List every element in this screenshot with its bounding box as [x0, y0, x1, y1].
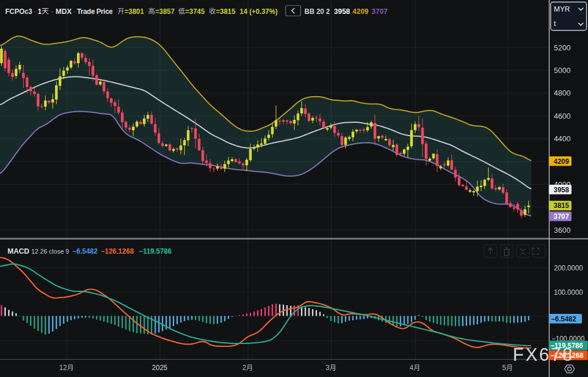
svg-text:·: · — [51, 8, 53, 16]
svg-text:3600: 3600 — [554, 226, 571, 235]
svg-text:4209: 4209 — [352, 8, 369, 16]
svg-text:2025: 2025 — [152, 364, 168, 372]
svg-text:−119.5786: −119.5786 — [139, 247, 172, 255]
svg-text:=3745: =3745 — [185, 8, 205, 16]
svg-text:=3801: =3801 — [124, 8, 144, 16]
svg-text:100.0000: 100.0000 — [554, 288, 583, 297]
svg-text:2: 2 — [242, 364, 247, 372]
svg-text:−6.5482: −6.5482 — [551, 315, 576, 323]
svg-text:3707: 3707 — [554, 213, 569, 221]
svg-text:·: · — [34, 8, 36, 16]
svg-text:12: 12 — [59, 364, 67, 372]
svg-text:5200: 5200 — [554, 43, 571, 52]
svg-text:3958: 3958 — [554, 186, 569, 194]
svg-text:BB 20 2: BB 20 2 — [304, 8, 330, 16]
svg-text:1: 1 — [38, 8, 42, 16]
svg-text:3958: 3958 — [334, 8, 350, 16]
svg-text:4600: 4600 — [554, 112, 571, 120]
svg-text:4: 4 — [410, 364, 414, 372]
svg-text:−6.5482: −6.5482 — [72, 247, 98, 255]
svg-text:MYR: MYR — [554, 5, 570, 13]
svg-text:4209: 4209 — [554, 158, 569, 166]
svg-text:MACD: MACD — [8, 247, 30, 255]
svg-text:3: 3 — [326, 364, 330, 372]
svg-text:=3815: =3815 — [216, 8, 236, 16]
svg-text:200.0000: 200.0000 — [554, 264, 583, 272]
svg-text:14 (+0.37%): 14 (+0.37%) — [240, 8, 278, 16]
svg-text:5000: 5000 — [554, 66, 571, 75]
svg-text:−126.1268: −126.1268 — [101, 247, 134, 255]
svg-text:4800: 4800 — [554, 89, 571, 97]
svg-text:5: 5 — [502, 364, 506, 372]
svg-text:3815: 3815 — [554, 202, 569, 210]
svg-text:Trade Price: Trade Price — [77, 8, 113, 16]
svg-text:·: · — [74, 8, 76, 16]
svg-text:MDX: MDX — [56, 8, 72, 16]
svg-text:=3857: =3857 — [155, 8, 175, 16]
svg-text:FCPOc3: FCPOc3 — [5, 8, 32, 16]
svg-text:4400: 4400 — [554, 134, 571, 143]
svg-text:3707: 3707 — [372, 8, 388, 16]
svg-text:t: t — [554, 20, 556, 28]
svg-text:12 26 close 9: 12 26 close 9 — [31, 248, 69, 255]
svg-text:FX678: FX678 — [513, 345, 574, 365]
